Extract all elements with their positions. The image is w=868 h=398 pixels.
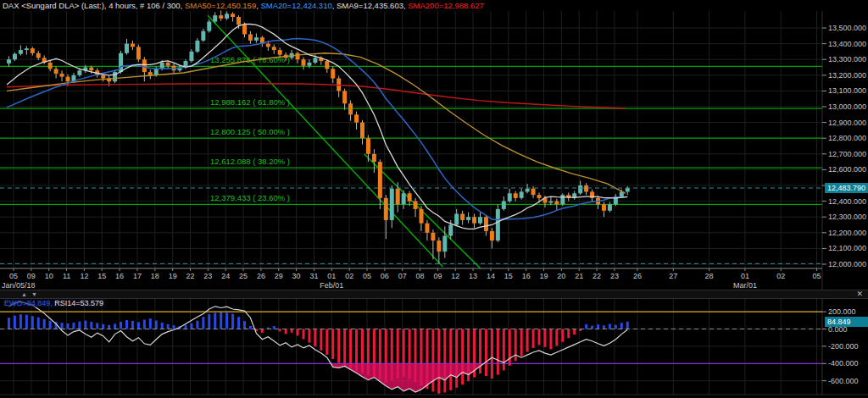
ewo-bar — [237, 317, 240, 329]
splitter-down-icon[interactable]: ▼ — [29, 290, 40, 298]
candle — [201, 31, 205, 41]
ewo-bar — [131, 321, 134, 329]
price-tick-label: 12,700.000 — [828, 150, 866, 158]
candle — [496, 209, 500, 240]
title-segment: SMA200=12,988.627 — [408, 1, 484, 10]
price-tick-label: 12,000.000 — [828, 260, 866, 268]
time-tick-label: 01 — [741, 272, 749, 280]
ewo-bar — [243, 321, 246, 329]
time-tick-label: 14 — [487, 272, 495, 280]
candle — [602, 204, 606, 210]
time-tick-label: 21 — [575, 272, 583, 280]
ewo-bar — [485, 329, 487, 377]
title-segment: SMA20=12,424.310 — [260, 1, 331, 10]
candle — [454, 213, 459, 224]
ewo-bar — [497, 329, 499, 375]
chart-canvas[interactable]: 13,255.875 ( 78.60% )12,988.162 ( 61.80%… — [0, 0, 868, 398]
candle — [537, 195, 542, 198]
ewo-bar — [167, 324, 170, 329]
candle — [402, 193, 406, 204]
indicator-value-tag: 84.849 — [825, 317, 868, 327]
oscillator-fill — [331, 363, 484, 392]
time-tick-label: 16 — [115, 272, 124, 280]
ewo-bar — [297, 329, 299, 336]
ewo-bar — [291, 329, 293, 333]
ewo-bar — [503, 329, 505, 371]
ewo-bar — [626, 322, 629, 329]
candle — [508, 193, 512, 201]
title-segment: SMA9=12,435.603 — [337, 1, 403, 10]
candle — [366, 138, 370, 154]
candle — [89, 68, 93, 71]
time-sub-label: Feb/01 — [320, 281, 343, 290]
price-tick-label: 12,600.000 — [828, 165, 866, 174]
title-segment: SMA50=12,450.159 — [185, 1, 256, 10]
chart-window: DAX <Sungard DLA> (Last:), 4 hours, # 10… — [0, 0, 868, 398]
candle — [272, 47, 276, 50]
ewo-bar — [49, 321, 52, 329]
price-tick-label: 13,100.000 — [828, 86, 866, 95]
price-tick-label: 13,400.000 — [828, 40, 866, 48]
ewo-bar — [43, 319, 46, 329]
time-tick-label: 12 — [80, 272, 88, 280]
ewo-bar — [108, 325, 110, 329]
price-tick-label: 12,200.000 — [828, 229, 866, 237]
ewo-bar — [285, 329, 287, 334]
time-tick-label: 17 — [133, 272, 142, 280]
ewo-bar — [526, 329, 529, 352]
ewo-bar — [225, 312, 228, 329]
indicator-tick-label: -400.000 — [828, 359, 859, 368]
time-tick-label: 05 — [9, 272, 18, 280]
candle — [31, 48, 35, 53]
candle — [420, 209, 424, 224]
time-tick-label: 18 — [151, 272, 159, 280]
close-icon[interactable]: ✕ — [856, 290, 863, 298]
time-tick-label: 25 — [239, 272, 248, 280]
moving-averages — [7, 25, 627, 229]
fib-label: 12,800.125 ( 50.00% ) — [210, 127, 290, 136]
ewo-bar — [261, 329, 264, 333]
time-tick-label: 27 — [669, 272, 677, 280]
rsi-label: RSI14=53.579 — [53, 299, 103, 307]
ewo-bar — [67, 323, 70, 329]
time-tick-label: 11 — [63, 272, 70, 280]
ewo-bar — [620, 323, 623, 329]
candle — [484, 217, 488, 231]
time-tick-label: 20 — [557, 272, 565, 280]
candle — [396, 189, 400, 205]
indicator-label: EWO=84.849, RSI14=53.579 — [3, 299, 105, 307]
time-tick-label: 13 — [469, 272, 477, 280]
ewo-bar — [102, 324, 104, 329]
price-tick-label: 12,900.000 — [828, 119, 866, 127]
candle — [526, 189, 530, 192]
time-tick-label: 10 — [45, 272, 53, 280]
ewo-bar — [538, 329, 541, 345]
ewo-bar — [491, 329, 493, 379]
candle — [101, 75, 105, 79]
panel-splitter[interactable]: ▲ ▼ ✕ — [0, 290, 868, 299]
candle — [437, 240, 441, 252]
ewo-bar — [320, 329, 322, 351]
candle — [148, 72, 153, 75]
candle — [219, 15, 223, 19]
candle — [307, 63, 311, 66]
time-tick-label: 12 — [451, 272, 459, 280]
candle — [560, 195, 565, 204]
indicator-tick-label: -200.000 — [828, 342, 859, 351]
ewo-bar — [114, 323, 116, 329]
candle — [331, 69, 335, 78]
time-tick-label: 08 — [416, 272, 425, 280]
ewo-bar — [431, 329, 434, 392]
candles — [7, 11, 630, 264]
candle — [189, 52, 193, 61]
ewo-bar — [8, 318, 10, 329]
ewo-bar — [573, 329, 576, 335]
ewo-bar — [543, 329, 546, 347]
candle — [160, 63, 164, 69]
candle — [342, 91, 347, 103]
candle — [425, 224, 429, 233]
ewo-bar — [78, 322, 81, 329]
indicator-tick-label: 200.000 — [828, 307, 856, 316]
trendlines — [208, 15, 481, 268]
ewo-bar — [161, 323, 164, 329]
